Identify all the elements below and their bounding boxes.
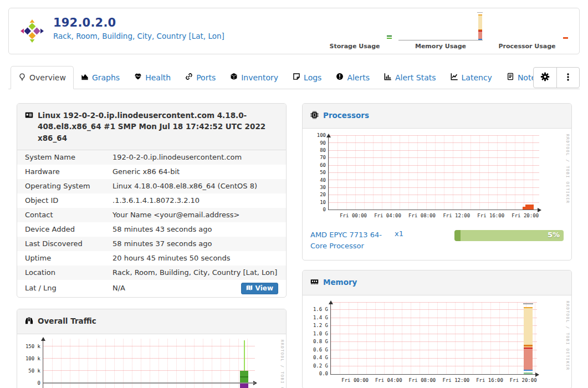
table-row: Last Discovered58 minutes 37 seconds ago [17,237,286,251]
x-tick: Fri 20:00 [510,377,537,383]
row-label: Uptime [25,254,113,263]
processor-usage-label: Processor Usage [483,43,571,50]
processors-panel-header: Processors [303,104,571,129]
file-lines-icon [507,73,514,82]
tab-graphs[interactable]: Graphs [74,66,127,89]
y-tick: 0.6 G [313,347,328,353]
y-tick: 60 [320,162,326,168]
y-tick: 0.2 G [313,363,328,369]
tab-label: Latency [462,73,492,82]
row-value: 58 minutes 43 seconds ago [113,225,278,234]
row-label: System Name [25,153,113,162]
bar-chart-icon [384,73,392,82]
exclamation-circle-icon [336,73,344,82]
cpu-usage-row: AMD EPYC 7713 64-Core Processor x1 5% [303,224,571,259]
line-chart-icon [451,73,458,82]
y-tick: 80 [320,147,326,153]
y-tick: 1.4 G [313,315,328,320]
processors-panel: Processors 100 90 80 70 60 50 40 30 20 1… [302,103,572,261]
row-label: Contact [25,211,113,219]
row-label: Last Discovered [25,239,113,248]
x-tick: Fri 08:00 [409,377,436,383]
x-tick: Fri 04:00 [375,377,402,383]
y-tick: 0 [323,207,326,212]
memory-sparkline-canvas [398,12,483,42]
row-value: N/A [113,284,241,293]
table-row: System Name192-0-2-0.ip.linodeuserconten… [17,150,286,165]
cpu-count[interactable]: x1 [395,229,454,238]
storage-usage-sparkline[interactable]: Storage Usage [311,12,398,50]
map-icon [246,284,253,293]
row-label: Operating System [25,182,113,191]
table-row: Device Added58 minutes 43 seconds ago [17,222,286,237]
overall-traffic-graph[interactable]: 150 k 100 k 50 k 0 RRDTOOL / TOBI OETIKE… [17,334,286,388]
tab-inventory[interactable]: Inventory [223,66,285,89]
y-tick: 0.4 G [313,355,328,360]
y-tick: 90 [320,140,326,146]
device-title[interactable]: 192.0.2.0 [53,16,224,29]
table-row: Operating SystemLinux 4.18.0-408.el8.x86… [17,179,286,193]
memory-panel: Memory 1.6 G 1.4 G 1.2 G 1.0 G 0.8 G 0.6… [302,270,572,388]
link-icon [185,73,193,82]
view-map-button[interactable]: View [241,283,278,294]
area-chart-icon [81,73,89,82]
processor-usage-sparkline[interactable]: Processor Usage [483,12,571,50]
memory-usage-label: Memory Usage [398,43,483,50]
more-actions-button[interactable] [556,68,579,88]
tab-latency[interactable]: Latency [443,66,499,89]
rrdtool-watermark: RRDTOOL / TOBI OETIKER [565,301,570,371]
y-tick: 20 [320,192,326,197]
y-tick: 1.2 G [313,323,328,328]
y-tick: 70 [320,155,326,160]
x-tick: Fri 16:00 [476,377,503,383]
table-row: HardwareGeneric x86 64-bit [17,165,286,179]
y-tick: 100 [317,132,326,138]
memory-title-link[interactable]: Memory [323,277,357,288]
tab-ports[interactable]: Ports [178,66,223,89]
y-tick: 150 k [25,344,40,349]
x-tick: Fri 00:00 [340,213,367,218]
row-value: Your Name <your@email.address> [113,211,278,219]
table-row: LocationRack, Room, Building, City, Coun… [17,266,286,280]
cpu-name-link[interactable]: AMD EPYC 7713 64-Core Processor [310,229,388,252]
y-tick: 0.0 [319,371,328,376]
processors-title-link[interactable]: Processors [323,110,369,121]
tab-health[interactable]: Health [127,66,178,89]
address-card-icon [25,110,33,122]
tab-label: Inventory [241,73,278,82]
device-settings-button[interactable] [534,68,556,88]
y-tick: 1.0 G [313,331,328,336]
row-value: 20 hours 45 minutes 50 seconds [113,254,278,263]
tab-alerts[interactable]: Alerts [329,66,377,89]
y-tick: 50 [320,170,326,175]
row-label: Device Added [25,225,113,234]
tab-label: Logs [304,73,321,82]
cpu-usage-percent: 5% [548,231,560,239]
row-label: Location [25,268,113,277]
memory-usage-sparkline[interactable]: Memory Usage [398,12,483,50]
lightbulb-icon [18,73,26,83]
row-value: Rack, Room, Building, City, Country [Lat… [113,268,278,277]
tab-label: Health [145,73,171,82]
cube-icon [230,73,238,82]
tab-overview[interactable]: Overview [11,66,74,89]
memory-icon [310,277,319,289]
row-value: 192-0-2-0.ip.linodeusercontent.com [113,153,278,162]
storage-usage-label: Storage Usage [311,43,398,50]
gear-icon [540,72,550,83]
device-tabs: Overview Graphs Health Ports Inventory L… [8,66,580,89]
overall-traffic-panel: Overall Traffic 150 k 100 k 50 k 0 RRDTO… [17,309,287,388]
device-location-link[interactable]: Rack, Room, Building, City, Country [Lat… [53,32,224,40]
x-tick: Fri 20:00 [512,213,539,218]
processor-sparkline-canvas [483,12,571,42]
system-title: Linux 192-0-2-0.ip.linodeusercontent.com… [38,110,278,144]
tab-logs[interactable]: Logs [285,66,329,89]
tab-alert-stats[interactable]: Alert Stats [377,66,443,89]
processor-usage-graph[interactable]: 100 90 80 70 60 50 40 30 20 10 0 Fri 00:… [303,129,571,224]
memory-usage-graph[interactable]: 1.6 G 1.4 G 1.2 G 1.0 G 0.8 G 0.6 G 0.4 … [303,295,571,388]
rrdtool-watermark: RRDTOOL / TOBI OETIKER [280,340,284,388]
system-panel-header: Linux 192-0-2-0.ip.linodeusercontent.com… [17,104,286,150]
binoculars-icon [25,315,33,328]
tab-label: Graphs [92,73,120,82]
system-info-panel: Linux 192-0-2-0.ip.linodeusercontent.com… [17,103,287,298]
